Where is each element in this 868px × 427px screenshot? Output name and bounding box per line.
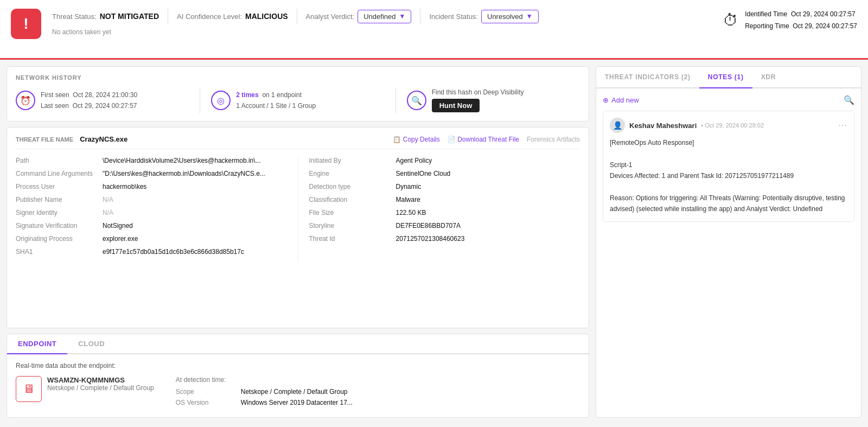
analyst-verdict-dropdown[interactable]: Undefined ▼ [358, 10, 411, 23]
endpoint-tab-content: Real-time data about the endpoint: 🖥 WSA… [7, 354, 589, 417]
left-panel: NETWORK HISTORY ⏰ First seen Oct 28, 202… [7, 66, 589, 418]
endpoint-detection-info: At detection time: Scope Netskope / Comp… [176, 376, 580, 410]
add-new-row: ⊕ Add new 🔍 [603, 95, 854, 105]
ai-confidence: AI Confidence Level: MALICIOUS [177, 12, 288, 21]
os-field: OS Version Windows Server 2019 Datacente… [176, 399, 580, 406]
header-info: Threat Status: NOT MITIGATED AI Confiden… [52, 7, 712, 36]
clock-icon: ⏱ [723, 11, 738, 29]
endpoint-row: 🖥 WSAMZN-KQMMNMGS Netskope / Complete / … [16, 376, 580, 410]
target-icon: ◎ [211, 91, 231, 110]
chevron-down-icon: ▼ [399, 12, 405, 20]
header: ! Threat Status: NOT MITIGATED AI Confid… [0, 0, 868, 60]
detail-row: Signature VerificationNotSigned [16, 222, 287, 230]
divider [420, 9, 420, 24]
network-history-title: NETWORK HISTORY [16, 74, 580, 81]
device-info: WSAMZN-KQMMNMGS Netskope / Complete / De… [47, 376, 154, 392]
endpoint-text: 2 times on 1 endpoint 1 Account / 1 Site… [236, 90, 316, 112]
shield-icon: ! [11, 9, 41, 39]
right-tab-xdr[interactable]: XDR [752, 67, 785, 88]
detail-col-right: Initiated ByAgent PolicyEngineSentinelOn… [309, 157, 580, 261]
note-card: 👤 Keshav Maheshwari • Oct 29, 2024 00:28… [603, 111, 854, 222]
no-actions-text: No actions taken yet [52, 28, 712, 36]
right-panel-body: ⊕ Add new 🔍 👤 Keshav Maheshwari • Oct 29… [596, 88, 861, 417]
search-icon[interactable]: 🔍 [844, 95, 854, 105]
main-content: NETWORK HISTORY ⏰ First seen Oct 28, 202… [0, 60, 868, 424]
header-times: ⏱ Identified Time Oct 29, 2024 00:27:57 … [723, 7, 857, 32]
threat-status: Threat Status: NOT MITIGATED [52, 12, 159, 21]
stat-divider [395, 87, 396, 113]
incident-status: Incident Status: Unresolved ▼ [429, 10, 538, 23]
endpoint-device: 🖥 WSAMZN-KQMMNMGS Netskope / Complete / … [16, 376, 154, 410]
network-history-section: NETWORK HISTORY ⏰ First seen Oct 28, 202… [7, 66, 589, 122]
threat-file-actions: 📋 Copy Details 📄 Download Threat File Fo… [393, 136, 580, 143]
hunt-section: 🔍 Find this hash on Deep Visibility Hunt… [407, 88, 580, 112]
header-status-row: Threat Status: NOT MITIGATED AI Confiden… [52, 9, 712, 24]
detail-row: ClassificationMalware [309, 196, 580, 203]
chevron-down-icon: ▼ [526, 12, 533, 20]
endpoint-stat: ◎ 2 times on 1 endpoint 1 Account / 1 Si… [211, 90, 384, 112]
detail-row: Path\Device\HarddiskVolume2\Users\kes@ha… [16, 157, 287, 164]
note-header: 👤 Keshav Maheshwari • Oct 29, 2024 00:28… [610, 118, 847, 133]
download-threat-file-link[interactable]: 📄 Download Threat File [448, 136, 519, 143]
detail-row: SHA1e9f177e1c57db0a15d1dc6b3e6c866d38d85… [16, 248, 287, 256]
threat-details: Path\Device\HarddiskVolume2\Users\kes@ha… [16, 157, 580, 261]
add-new-button[interactable]: ⊕ Add new [603, 96, 639, 104]
col-divider [298, 157, 298, 261]
hunt-now-button[interactable]: Hunt Now [432, 99, 480, 112]
clock-circle-icon: ⏰ [16, 91, 35, 110]
divider [168, 9, 168, 24]
detail-row: StorylineDE7FE0E86BBD707A [309, 222, 580, 230]
detail-col-left: Path\Device\HarddiskVolume2\Users\kes@ha… [16, 157, 287, 261]
incident-status-dropdown[interactable]: Unresolved ▼ [481, 10, 539, 23]
detail-row: Initiated ByAgent Policy [309, 157, 580, 164]
seen-stat: ⏰ First seen Oct 28, 2024 21:00:30 Last … [16, 90, 189, 112]
search-circle-icon: 🔍 [407, 91, 426, 110]
detail-row: Originating Processexplorer.exe [16, 235, 287, 243]
threat-file-section: THREAT FILE NAME CrazyNCS.exe 📋 Copy Det… [7, 127, 589, 328]
detail-row: Publisher NameN/A [16, 196, 287, 203]
note-body: [RemoteOps Auto Response] Script-1 Devic… [610, 137, 847, 215]
right-tab-threat-indicators-(2)[interactable]: THREAT INDICATORS (2) [596, 67, 699, 88]
detail-row: Process Userhackermob\kes [16, 183, 287, 190]
avatar: 👤 [610, 118, 625, 133]
copy-details-link[interactable]: 📋 Copy Details [393, 136, 439, 143]
tab-endpoint[interactable]: ENDPOINT [7, 334, 67, 354]
note-menu-icon[interactable]: ··· [839, 120, 847, 130]
times-info: Identified Time Oct 29, 2024 00:27:57 Re… [745, 9, 857, 32]
right-panel: THREAT INDICATORS (2)NOTES (1)XDR ⊕ Add … [596, 66, 861, 418]
detail-row: EngineSentinelOne Cloud [309, 170, 580, 177]
stat-divider [200, 87, 200, 113]
detail-row: Detection typeDynamic [309, 183, 580, 190]
detail-row: Command Line Arguments"D:\Users\kes@hack… [16, 170, 287, 177]
right-tab-notes-(1)[interactable]: NOTES (1) [699, 67, 752, 88]
bottom-tabs-section: ENDPOINT CLOUD Real-time data about the … [7, 334, 589, 418]
plus-icon: ⊕ [603, 96, 609, 104]
forensics-artifacts-link: Forensics Artifacts [527, 136, 580, 143]
network-stats: ⏰ First seen Oct 28, 2024 21:00:30 Last … [16, 87, 580, 113]
scope-field: Scope Netskope / Complete / Default Grou… [176, 388, 580, 396]
detail-row: File Size122.50 KB [309, 209, 580, 216]
analyst-verdict: Analyst Verdict: Undefined ▼ [306, 10, 412, 23]
bottom-tabs-header: ENDPOINT CLOUD [7, 334, 589, 354]
detail-row: Threat Id2071257021308460623 [309, 235, 580, 243]
threat-file-header: THREAT FILE NAME CrazyNCS.exe 📋 Copy Det… [16, 135, 580, 149]
detail-row: Signer IdentityN/A [16, 209, 287, 216]
seen-text: First seen Oct 28, 2024 21:00:30 Last se… [41, 90, 137, 112]
right-tabs-header: THREAT INDICATORS (2)NOTES (1)XDR [596, 67, 861, 88]
divider [297, 9, 297, 24]
note-author: 👤 Keshav Maheshwari • Oct 29, 2024 00:28… [610, 118, 764, 133]
tab-cloud[interactable]: CLOUD [67, 334, 116, 354]
device-icon: 🖥 [16, 376, 42, 402]
